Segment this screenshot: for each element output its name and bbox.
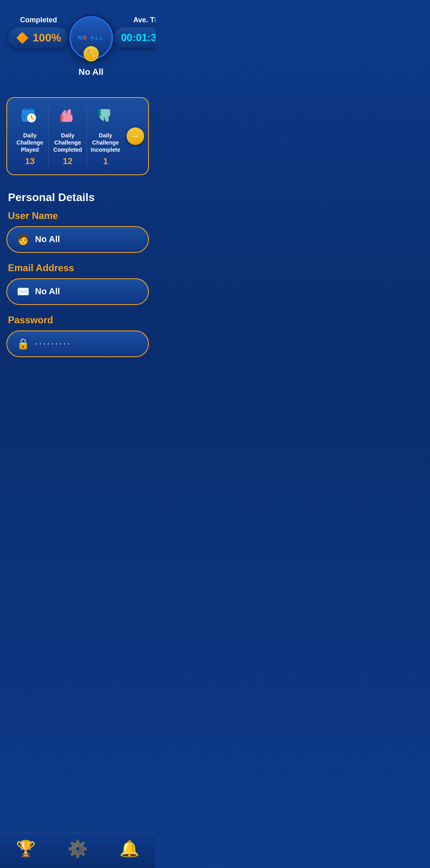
svg-rect-6 <box>21 115 24 118</box>
incomplete-label: Daily ChallengeIncomplete <box>89 132 122 154</box>
profile-center: NO ALL ✏️ No All <box>69 16 113 77</box>
email-input-row[interactable]: ✉️ No All <box>6 278 149 305</box>
challenge-stats-box: Daily ChallengePlayed 13 Daily Challenge… <box>6 97 149 175</box>
completed-stat: Completed 🔶 100% <box>8 16 69 49</box>
profile-name: No All <box>78 67 104 77</box>
played-label: Daily ChallengePlayed <box>14 132 46 154</box>
avg-time-value: 00:01:31 <box>121 31 155 44</box>
completed-label: Completed <box>20 16 57 24</box>
svg-rect-2 <box>29 108 32 110</box>
trophy-icon: 🏆 <box>16 840 36 857</box>
incomplete-value: 1 <box>103 156 108 166</box>
edit-avatar-button[interactable]: ✏️ <box>84 46 99 61</box>
email-field-label: Email Address <box>8 262 147 274</box>
notifications-nav-button[interactable]: 🔔 <box>119 839 139 858</box>
password-field-label: Password <box>8 315 147 326</box>
diamond-icon: 🔶 <box>16 32 29 44</box>
arrow-right-icon: → <box>131 131 140 141</box>
avg-time-pill: 00:01:31 ⏳ <box>113 27 155 49</box>
password-dots: ········· <box>35 338 71 349</box>
svg-rect-1 <box>23 108 27 110</box>
completed-pill: 🔶 100% <box>8 27 69 49</box>
lock-icon: 🔒 <box>17 338 29 350</box>
password-input-row[interactable]: 🔒 ········· <box>6 330 149 357</box>
completed-value: 100% <box>33 31 61 44</box>
completed-ch-value: 12 <box>63 156 72 166</box>
thumbs-up-icon <box>58 106 77 128</box>
settings-nav-button[interactable]: ⚙️ <box>67 839 88 858</box>
completed-ch-label: Daily ChallengeCompleted <box>51 132 84 154</box>
challenge-arrow-button[interactable]: → <box>127 127 144 145</box>
personal-details-title: Personal Details <box>8 191 147 204</box>
avatar-ring: NO ALL ✏️ <box>69 16 113 60</box>
gear-icon: ⚙️ <box>67 839 88 858</box>
trophy-nav-button[interactable]: 🏆 <box>16 839 36 858</box>
avatar-text: NO ALL <box>78 35 104 41</box>
avg-time-stat: Ave. Time 00:01:31 ⏳ <box>113 16 155 49</box>
avg-time-label: Ave. Time <box>133 16 155 24</box>
thumbs-down-icon <box>96 106 115 128</box>
bell-icon: 🔔 <box>119 840 139 857</box>
challenge-completed-item: Daily ChallengeCompleted 12 <box>49 106 86 166</box>
username-display: No All <box>35 234 60 244</box>
challenge-incomplete-item: Daily ChallengeIncomplete 1 <box>86 106 124 166</box>
challenge-played-item: Daily ChallengePlayed 13 <box>11 106 49 166</box>
email-icon: ✉️ <box>17 285 29 298</box>
clock-puzzle-icon <box>20 106 39 128</box>
top-stats-row: Completed 🔶 100% NO ALL ✏️ No All Ave. T… <box>0 0 155 85</box>
played-value: 13 <box>25 156 35 166</box>
bottom-nav: 🏆 ⚙️ 🔔 <box>0 833 155 868</box>
username-field-label: User Name <box>8 210 147 221</box>
username-input-row[interactable]: 🧑 No All <box>6 226 149 253</box>
pencil-icon: ✏️ <box>87 49 96 58</box>
user-icon: 🧑 <box>17 233 29 246</box>
email-display: No All <box>35 286 60 297</box>
